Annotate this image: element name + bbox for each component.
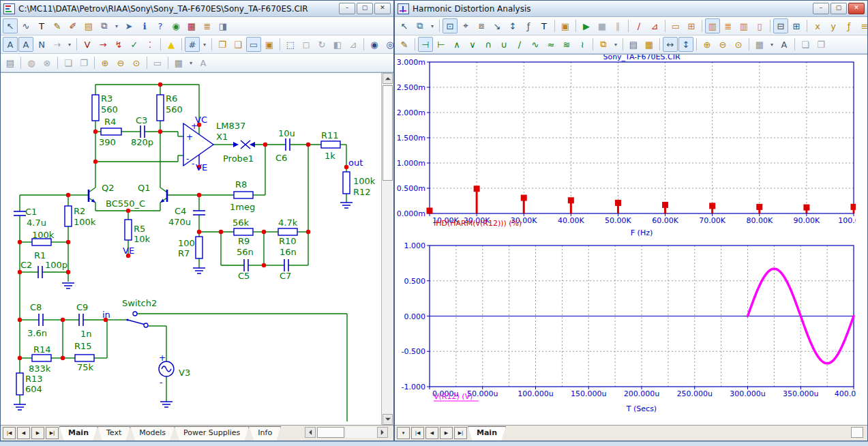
- scroll-up-button[interactable]: [383, 73, 393, 84]
- plot-group-4-icon[interactable]: ▯: [752, 18, 767, 33]
- font-select-icon[interactable]: A: [777, 37, 792, 52]
- tab-main[interactable]: Main: [59, 426, 98, 441]
- align-cursors-horizontal-icon[interactable]: ↔: [663, 37, 678, 52]
- send-to-back-icon[interactable]: ❐: [76, 55, 91, 70]
- mirror-vertical-icon[interactable]: ⊿: [346, 37, 361, 52]
- zoom-formula-icon[interactable]: ƒ: [841, 18, 856, 33]
- grid-array-icon[interactable]: ▦: [171, 55, 186, 70]
- point-to-point-icon[interactable]: ➤: [121, 18, 136, 33]
- web-search-icon[interactable]: ◉: [168, 18, 183, 33]
- select-tool-icon[interactable]: ↖: [397, 18, 412, 33]
- select-region-icon[interactable]: ▭: [246, 37, 261, 52]
- clipboard-copy-icon[interactable]: ⧉: [97, 18, 112, 33]
- cursor-global-low-icon[interactable]: ≋: [559, 37, 574, 52]
- text-mode-icon[interactable]: T: [34, 18, 49, 33]
- grid-caret-icon[interactable]: ▾: [200, 37, 209, 52]
- grid-toggle-icon[interactable]: #: [185, 37, 200, 52]
- plot-group-3-icon[interactable]: ▥: [736, 18, 751, 33]
- cursor-envelope-icon[interactable]: ≀: [575, 37, 590, 52]
- row-layout-icon[interactable]: ≣: [200, 18, 215, 33]
- currents-display-icon[interactable]: →: [95, 37, 110, 52]
- model-check-icon[interactable]: ▦: [184, 18, 199, 33]
- mirror-horizontal-icon[interactable]: ◧: [330, 37, 345, 52]
- cursor-high-icon[interactable]: ∩: [481, 37, 496, 52]
- horizontal-scroll-thumb[interactable]: [317, 427, 344, 438]
- cursor-global-high-icon[interactable]: ≈: [543, 37, 558, 52]
- zoom-100-icon[interactable]: ⊙: [129, 55, 144, 70]
- zoom-out-icon[interactable]: ⊖: [113, 55, 128, 70]
- cursor-low-icon[interactable]: ∪: [496, 37, 511, 52]
- dropdown-caret-icon[interactable]: ▾: [113, 18, 121, 33]
- minimize-button[interactable]: –: [813, 3, 829, 14]
- schematic-horizontal-scrollbar[interactable]: [305, 427, 388, 438]
- tokens-icon[interactable]: ⊿: [647, 18, 662, 33]
- first-page-button[interactable]: |◀: [411, 427, 424, 439]
- scroll-down-button[interactable]: [383, 414, 393, 425]
- previous-page-button[interactable]: ◀: [425, 427, 438, 439]
- cancel-icon[interactable]: ⊗: [40, 55, 55, 70]
- clipboard-paste-icon[interactable]: ⧉: [596, 37, 611, 52]
- clear-region-icon[interactable]: ◻: [299, 37, 314, 52]
- data-label-icon[interactable]: ⊞: [684, 18, 699, 33]
- bring-to-front-icon[interactable]: ❏: [798, 37, 813, 52]
- info-icon[interactable]: ℹ: [137, 18, 152, 33]
- zoom-in-icon[interactable]: ⊕: [700, 37, 715, 52]
- analysis-horizontal-scrollbar[interactable]: [850, 427, 865, 438]
- grid-array-icon[interactable]: ▦: [752, 37, 767, 52]
- formula-tag-icon[interactable]: ƒ: [521, 18, 536, 33]
- next-page-button[interactable]: ▶: [440, 427, 453, 439]
- node-voltages-icon[interactable]: V: [80, 37, 95, 52]
- zoom-out-icon[interactable]: ⊖: [715, 37, 730, 52]
- power-display-icon[interactable]: ↯: [111, 37, 126, 52]
- rotate-icon[interactable]: ↻: [314, 37, 329, 52]
- plot-select-button[interactable]: ▾: [397, 427, 410, 439]
- dropdown-caret-icon[interactable]: ▾: [65, 37, 74, 52]
- cursor-inflection-icon[interactable]: ∿: [528, 37, 543, 52]
- horizontal-scroll-track[interactable]: [346, 427, 377, 438]
- cursor-same-icon[interactable]: ⊢: [434, 37, 449, 52]
- run-icon[interactable]: ▶: [579, 18, 594, 33]
- align-cursors-vertical-icon[interactable]: ↕: [678, 37, 693, 52]
- no-errors-icon[interactable]: ◍: [24, 55, 39, 70]
- step-edit-icon[interactable]: ◨: [215, 18, 230, 33]
- vertical-tag-icon[interactable]: ↕: [505, 18, 520, 33]
- tab-main[interactable]: Main: [468, 426, 506, 441]
- dropdown-caret-icon[interactable]: ▾: [428, 18, 436, 33]
- vertical-scroll-thumb[interactable]: [383, 85, 393, 181]
- select-tool-icon[interactable]: ↖: [3, 18, 18, 33]
- calculator-icon[interactable]: ▦: [642, 37, 657, 52]
- cursor-peak-icon[interactable]: ∧: [449, 37, 464, 52]
- cursor-next-icon[interactable]: ⊣: [418, 37, 433, 52]
- paste-caret-icon[interactable]: ▾: [612, 37, 620, 52]
- tab-models[interactable]: Models: [130, 426, 175, 441]
- maximize-button[interactable]: ▢: [357, 3, 373, 14]
- zoom-100-icon[interactable]: ⊙: [731, 37, 746, 52]
- find-icon[interactable]: ◉: [367, 37, 382, 52]
- zoom-rectangle-icon[interactable]: ⧈: [474, 18, 489, 33]
- select-all-icon[interactable]: ⬚: [283, 37, 298, 52]
- conditions-display-icon[interactable]: ✓: [127, 37, 142, 52]
- data-points-icon[interactable]: ∕: [631, 18, 646, 33]
- wire-mode-icon[interactable]: ∿: [18, 18, 33, 33]
- attribute-text-icon[interactable]: A: [3, 37, 18, 52]
- close-button[interactable]: ✕: [374, 3, 391, 14]
- component-window-icon[interactable]: ▤: [81, 18, 96, 33]
- tab-info[interactable]: Info: [249, 426, 281, 441]
- grid-array-caret-icon[interactable]: ▾: [187, 55, 195, 70]
- previous-page-button[interactable]: ◀: [17, 427, 30, 439]
- close-button[interactable]: ✕: [848, 3, 865, 14]
- tab-text[interactable]: Text: [98, 426, 130, 441]
- send-to-back-icon[interactable]: ❐: [813, 37, 828, 52]
- last-page-button[interactable]: ▶|: [46, 427, 59, 439]
- warning-triangle-icon[interactable]: ▲: [164, 37, 179, 52]
- plot-canvas[interactable]: 3.000m2.500m2.000m1.500m1.000m0.500m0.00…: [395, 54, 867, 425]
- properties-icon[interactable]: ▣: [262, 37, 277, 52]
- separate-axes-icon[interactable]: ⊞: [789, 18, 804, 33]
- first-page-button[interactable]: |◀: [3, 427, 16, 439]
- pin-connections-icon[interactable]: ⁚: [143, 37, 158, 52]
- attribute-value-icon[interactable]: A: [18, 37, 33, 52]
- tab-power-supplies[interactable]: Power Supplies: [175, 426, 249, 441]
- scale-mode-icon[interactable]: ⊡: [443, 18, 458, 33]
- properties-icon[interactable]: ▣: [558, 18, 573, 33]
- numeric-output-icon[interactable]: ▤: [626, 37, 641, 52]
